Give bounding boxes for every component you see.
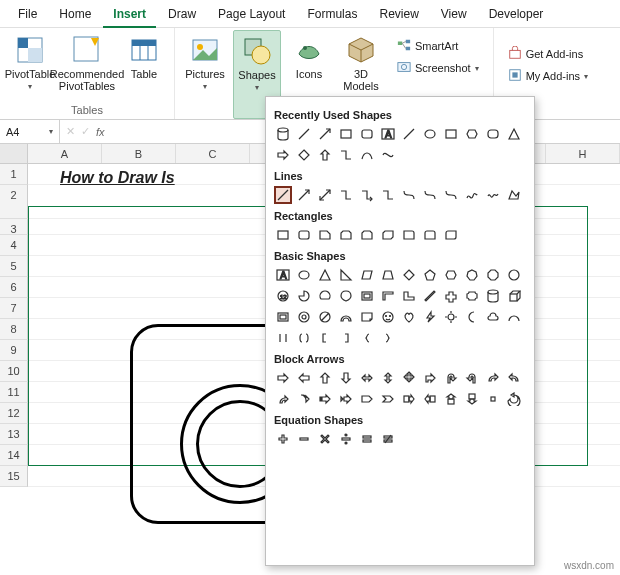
shape-arrow-callout-u[interactable] [442, 390, 460, 408]
row-1[interactable]: 1 [0, 164, 28, 185]
shape-curve-double[interactable] [442, 186, 460, 204]
shape-line-arrow2[interactable] [295, 186, 313, 204]
shape-arrow-curved-l[interactable] [505, 369, 523, 387]
smartart-button[interactable]: SmartArt [397, 36, 479, 56]
shape-pentagon[interactable] [421, 266, 439, 284]
shape-rect-plain[interactable] [274, 226, 292, 244]
shape-rect-round1[interactable] [400, 226, 418, 244]
row-5[interactable]: 5 [0, 256, 28, 277]
shape-triangle2[interactable] [316, 266, 334, 284]
shape-chevron[interactable] [379, 390, 397, 408]
shape-trapezoid[interactable] [379, 266, 397, 284]
shape-elbow-double[interactable] [379, 186, 397, 204]
shape-lightning[interactable] [421, 308, 439, 326]
shape-left-brace[interactable] [358, 329, 376, 347]
tab-page-layout[interactable]: Page Layout [208, 0, 295, 28]
shape-arrow-bent-r[interactable] [421, 369, 439, 387]
tab-formulas[interactable]: Formulas [297, 0, 367, 28]
shape-arrow-striped[interactable] [316, 390, 334, 408]
shape-rect-snip2[interactable] [337, 226, 355, 244]
shape-freeform2[interactable] [505, 186, 523, 204]
shape-not-equal[interactable] [379, 430, 397, 448]
shape-rounded2[interactable] [484, 125, 502, 143]
shape-arrow-up[interactable] [316, 146, 334, 164]
shape-cylinder[interactable] [274, 125, 292, 143]
tab-review[interactable]: Review [369, 0, 428, 28]
row-13[interactable]: 13 [0, 424, 28, 445]
shape-curve[interactable] [358, 146, 376, 164]
shape-rect-round-same[interactable] [421, 226, 439, 244]
shape-frame[interactable] [358, 287, 376, 305]
shape-connector-elbow[interactable] [337, 146, 355, 164]
shape-rounded-rect[interactable] [358, 125, 376, 143]
shape-arrow-right[interactable] [274, 146, 292, 164]
col-C[interactable]: C [176, 144, 250, 163]
shape-rect-snip-same[interactable] [358, 226, 376, 244]
shape-sun[interactable] [442, 308, 460, 326]
shape-chord[interactable] [316, 287, 334, 305]
shape-block-arc[interactable] [337, 308, 355, 326]
row-10[interactable]: 10 [0, 361, 28, 382]
shape-teardrop[interactable] [337, 287, 355, 305]
shape-triangle[interactable] [505, 125, 523, 143]
shape-hexagon2[interactable] [442, 266, 460, 284]
pictures-button[interactable]: Pictures ▾ [181, 30, 229, 119]
screenshot-button[interactable]: Screenshot ▾ [397, 58, 479, 78]
shape-line-arrow[interactable] [316, 125, 334, 143]
shape-rect-round[interactable] [295, 226, 313, 244]
shape-line2[interactable] [400, 125, 418, 143]
shape-arrow-callout-r[interactable] [400, 390, 418, 408]
shape-arrow-ud[interactable] [379, 369, 397, 387]
shape-divide[interactable] [337, 430, 355, 448]
enter-icon[interactable]: ✓ [81, 125, 90, 138]
shape-octagon[interactable] [484, 266, 502, 284]
shape-no-symbol[interactable] [316, 308, 334, 326]
shape-textbox2[interactable]: A [274, 266, 292, 284]
shape-elbow-connector[interactable] [337, 186, 355, 204]
tab-home[interactable]: Home [49, 0, 101, 28]
row-11[interactable]: 11 [0, 382, 28, 403]
row-14[interactable]: 14 [0, 445, 28, 466]
shape-diamond2[interactable] [400, 266, 418, 284]
shape-decagon[interactable] [505, 266, 523, 284]
shape-brace-pair[interactable] [295, 329, 313, 347]
shape-oval[interactable] [421, 125, 439, 143]
shape-arrow-u[interactable] [316, 369, 334, 387]
shape-diag-stripe[interactable] [421, 287, 439, 305]
shape-cross[interactable] [442, 287, 460, 305]
shape-rect-snip-diag[interactable] [379, 226, 397, 244]
col-B[interactable]: B [102, 144, 176, 163]
tab-view[interactable]: View [431, 0, 477, 28]
shape-pie[interactable] [295, 287, 313, 305]
shape-freeform-line[interactable] [463, 186, 481, 204]
shape-arrow-curved-u[interactable] [274, 390, 292, 408]
shape-curve-connector[interactable] [400, 186, 418, 204]
shape-hexagon[interactable] [463, 125, 481, 143]
shape-heart[interactable] [400, 308, 418, 326]
shape-line-double-arrow[interactable] [316, 186, 334, 204]
shape-right-brace[interactable] [379, 329, 397, 347]
shape-rt-triangle[interactable] [337, 266, 355, 284]
shape-cube[interactable] [505, 287, 523, 305]
shape-arrow-uturn-r[interactable] [442, 369, 460, 387]
shape-line-selected[interactable] [274, 186, 292, 204]
shape-plaque[interactable] [463, 287, 481, 305]
row-7[interactable]: 7 [0, 298, 28, 319]
shape-equals[interactable] [358, 430, 376, 448]
shape-arrow-callout-l[interactable] [421, 390, 439, 408]
shape-rect-round-diag[interactable] [442, 226, 460, 244]
recommended-pivot-button[interactable]: Recommended PivotTables [58, 30, 116, 102]
shape-arrow-r[interactable] [274, 369, 292, 387]
shape-folded-corner[interactable] [358, 308, 376, 326]
get-addins-button[interactable]: Get Add-ins [508, 44, 588, 64]
pivottable-button[interactable]: PivotTable ▾ [6, 30, 54, 102]
shape-arrow-uturn-l[interactable] [463, 369, 481, 387]
row-9[interactable]: 9 [0, 340, 28, 361]
cancel-icon[interactable]: ✕ [66, 125, 75, 138]
shape-arrow-curved-d[interactable] [295, 390, 313, 408]
tab-file[interactable]: File [8, 0, 47, 28]
shape-dodecagon[interactable]: 12 [274, 287, 292, 305]
shape-minus[interactable] [295, 430, 313, 448]
shape-cloud[interactable] [484, 308, 502, 326]
shape-moon[interactable] [463, 308, 481, 326]
